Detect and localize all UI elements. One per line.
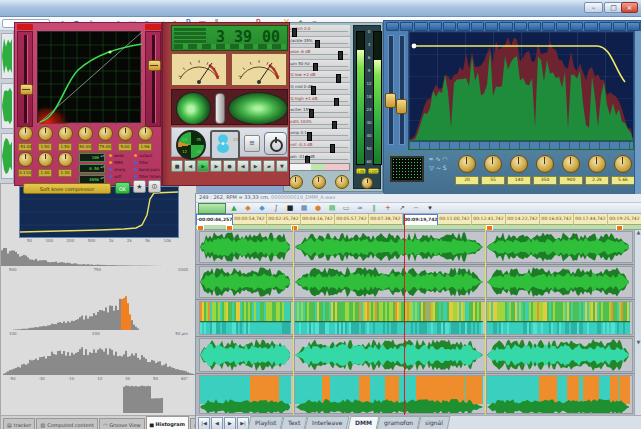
nav-button[interactable]: ▶ <box>224 417 236 429</box>
processing-row[interactable]: EQ low +2 dB <box>286 71 350 83</box>
log-button[interactable]: LOG <box>368 168 379 174</box>
lin-button[interactable]: LIN <box>356 168 366 174</box>
measure-tab-histogram[interactable]: ▅Histogram <box>146 416 189 429</box>
arrow-icon[interactable]: ↗ <box>396 203 408 213</box>
measure-tab-groove-view[interactable]: ◠Groove View <box>99 418 145 429</box>
left-thumbnail-strip[interactable] <box>0 31 14 183</box>
analyzer-toolbar-button[interactable] <box>584 22 597 31</box>
preset-selector[interactable]: Soft knee compressor <box>23 183 111 194</box>
spectrum-display[interactable] <box>408 31 634 141</box>
analyzer-toolbar-button[interactable] <box>386 22 399 31</box>
compressor-knob[interactable]: 5.00 <box>118 126 132 151</box>
knob-dial[interactable] <box>18 126 33 141</box>
knob-dial[interactable] <box>98 126 113 141</box>
radio-filter[interactable]: filter <box>134 159 160 166</box>
filter-glyph[interactable]: ≈ <box>428 155 433 162</box>
wave-icon[interactable]: ≈ <box>354 203 366 213</box>
output-slider-handle[interactable] <box>148 60 161 71</box>
audio-object[interactable] <box>294 231 486 263</box>
analyzer-knob[interactable] <box>458 155 476 173</box>
editor-tab-dmm[interactable]: DMM <box>347 416 379 429</box>
waveform-thumbnail[interactable] <box>1 133 14 179</box>
analyzer-knob[interactable] <box>588 155 606 173</box>
knob-dial[interactable] <box>78 126 93 141</box>
minimize-button[interactable]: – <box>584 2 603 13</box>
transport-button[interactable]: ▼ <box>276 160 288 172</box>
transport-button[interactable]: ▰ <box>263 160 275 172</box>
analyzer-toolbar-button[interactable] <box>556 22 569 31</box>
analyzer-toolbar-button[interactable] <box>457 22 470 31</box>
remove-icon[interactable]: − <box>410 203 422 213</box>
analyzer-toolbar-button[interactable] <box>471 22 484 31</box>
analyzer-toolbar-button[interactable] <box>443 22 456 31</box>
analyzer-knob[interactable] <box>536 155 554 173</box>
audio-object[interactable] <box>486 231 633 263</box>
analyzer-toolbar-button[interactable] <box>570 22 583 31</box>
analyzer-toolbar-button[interactable] <box>613 22 626 31</box>
rise-icon[interactable]: ▲ <box>228 203 240 213</box>
document-button[interactable]: ≡ <box>244 135 260 152</box>
processing-row[interactable]: width 100% <box>286 118 350 130</box>
apply-button[interactable]: OK <box>115 182 130 194</box>
filter-glyph[interactable]: S <box>443 164 447 171</box>
dropdown-icon[interactable]: ▾ <box>424 203 436 213</box>
waveform-thumbnail[interactable] <box>1 83 14 129</box>
ruler-timestamp[interactable]: 00:05:57,742 <box>335 214 369 225</box>
knob-dial[interactable] <box>138 126 153 141</box>
ruler-timestamp[interactable]: 00:02:35,742 <box>267 214 301 225</box>
processing-row[interactable]: scratch 2.0 <box>286 25 350 37</box>
measure-tab-computed-content[interactable]: ▨Computed content <box>36 418 97 429</box>
compressor-knob[interactable]: -51.00 <box>18 126 32 151</box>
transport-button[interactable]: ▶ <box>210 160 222 172</box>
transport-button[interactable]: ◀ <box>237 160 249 172</box>
analyzer-knob[interactable] <box>614 155 632 173</box>
audio-object[interactable] <box>199 375 294 414</box>
audio-object[interactable] <box>199 338 294 372</box>
node-orange-icon[interactable]: ◆ <box>242 203 254 213</box>
black-square-icon[interactable]: ■ <box>284 203 296 213</box>
compressor-knob[interactable]: 79.00 <box>98 126 112 151</box>
strip-knob[interactable] <box>289 175 303 189</box>
audio-object[interactable] <box>294 301 486 335</box>
nav-button[interactable]: |◀ <box>198 417 210 429</box>
waveform-thumbnail[interactable] <box>1 33 14 79</box>
analyzer-toolbar-button[interactable] <box>528 22 541 31</box>
analyzer-toolbar-button[interactable] <box>485 22 498 31</box>
analyzer-toolbar-button[interactable] <box>542 22 555 31</box>
compressor-knob[interactable]: 1.40 <box>38 152 52 177</box>
analyzer-knob[interactable] <box>510 155 528 173</box>
stylus-icon-panel[interactable]: 33 <box>210 130 240 160</box>
audio-object[interactable] <box>294 266 486 298</box>
audio-object[interactable] <box>199 301 294 335</box>
processing-row[interactable]: crackle 35% <box>286 37 350 49</box>
led-value-box[interactable]: 0.50 <box>79 164 105 173</box>
compressor-knob[interactable]: 1.50 <box>58 126 72 151</box>
analyzer-knob[interactable] <box>484 155 502 173</box>
table-icon[interactable]: ▤ <box>326 203 338 213</box>
radio-soft[interactable]: soft <box>109 173 125 180</box>
knob-dial[interactable] <box>18 152 33 167</box>
playhead[interactable] <box>404 214 405 415</box>
analyzer-scrollbar[interactable] <box>634 31 641 194</box>
ruler-timestamp[interactable]: 00:00:54,742 <box>233 214 267 225</box>
processing-row[interactable]: EQ high +1 dB <box>286 95 350 107</box>
knob-dial[interactable] <box>38 152 53 167</box>
radio-peak[interactable]: peak <box>109 152 125 159</box>
radio-band-pass[interactable]: band pass <box>134 166 160 173</box>
analyzer-fader-right[interactable] <box>396 99 407 114</box>
node-blue-icon[interactable]: ◆ <box>256 203 268 213</box>
editor-tab-playlist[interactable]: Playlist <box>248 416 284 429</box>
audio-object[interactable] <box>199 231 294 263</box>
balance-bar[interactable] <box>286 163 350 171</box>
transport-button[interactable]: ■ <box>171 160 183 172</box>
analyzer-toolbar-button[interactable] <box>499 22 512 31</box>
input-slider-handle[interactable] <box>20 84 33 95</box>
ruler-timestamp[interactable]: 00:12:41,742 <box>472 214 506 225</box>
pause-icon[interactable]: ‖ <box>368 203 380 213</box>
analyzer-toolbar-button[interactable] <box>514 22 527 31</box>
measure-tab-tracker[interactable]: ▤tracker <box>3 418 35 429</box>
compressor-knob[interactable]: 50.00 <box>78 126 92 151</box>
ruler-timestamp[interactable]: 00:07:38,742 <box>369 214 403 225</box>
audio-object[interactable] <box>486 338 633 372</box>
strip-knob[interactable] <box>312 175 326 189</box>
